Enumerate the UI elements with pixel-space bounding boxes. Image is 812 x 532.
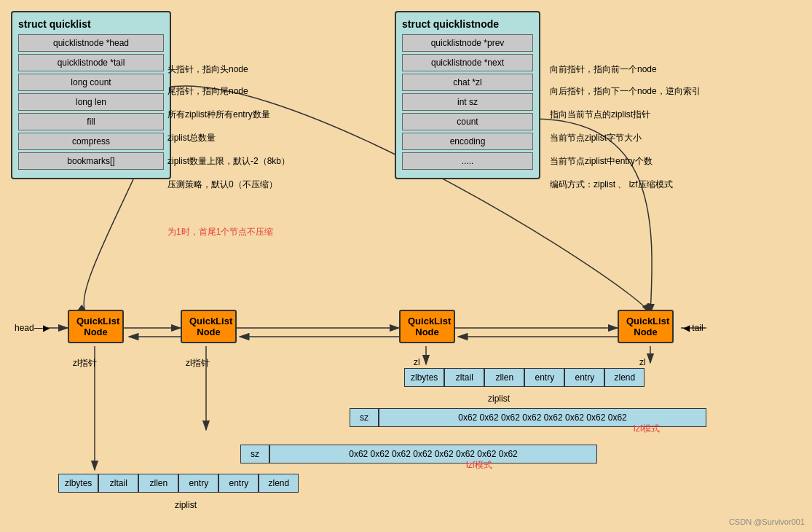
field-int-sz: int sz — [402, 93, 533, 111]
ziplist-row-1: zlbytes zltail zllen entry entry zlend — [58, 474, 299, 493]
ann-count-node: 当前节点ziplist中entry个数 — [550, 155, 653, 168]
cell-zlend-3: zlend — [604, 368, 645, 387]
ann-prev: 向前指针，指向前一个node — [550, 63, 657, 76]
ql-node-1: QuickListNode — [68, 310, 124, 343]
ziplist-row-3: zlbytes zltail zllen entry entry zlend — [404, 368, 645, 387]
struct-quicklist: struct quicklist quicklistnode *head qui… — [11, 11, 171, 179]
tail-label: ◀ tail — [683, 323, 703, 333]
ziplist-label-3: ziplist — [488, 394, 510, 404]
struct-quicklist-title: struct quicklist — [18, 18, 164, 30]
ql-node-4: QuickListNode — [618, 310, 674, 343]
cell-entry2-3: entry — [564, 368, 604, 387]
field-tail: quicklistnode *tail — [18, 54, 164, 71]
field-compress: compress — [18, 133, 164, 150]
ann-len: ziplist总数量 — [167, 132, 216, 144]
cell-zltail-3: zltail — [444, 368, 484, 387]
field-prev: quicklistnode *prev — [402, 34, 533, 52]
cell-zlend-1: zlend — [259, 474, 299, 493]
ziplist-label-1: ziplist — [175, 500, 197, 510]
ann-compress-note: 为1时，首尾1个节点不压缩 — [167, 226, 273, 238]
sz-values-2: 0x62 0x62 0x62 0x62 0x62 0x62 0x62 0x62 — [269, 445, 597, 463]
field-long-count: long count — [18, 74, 164, 91]
ann-fill: ziplist数量上限，默认-2（8kb） — [167, 155, 290, 168]
ann-sz: 当前节点ziplist字节大小 — [550, 132, 642, 144]
ann-tail: 尾指针，指向尾node — [167, 85, 248, 98]
field-count: count — [402, 113, 533, 130]
field-encoding: encoding — [402, 133, 533, 150]
struct-quicklistnode-title: struct quicklistnode — [402, 18, 533, 30]
cell-zllen-1: zllen — [138, 474, 178, 493]
field-fill: fill — [18, 113, 164, 130]
zl-label-1: zl指针 — [73, 357, 97, 369]
ann-compress: 压测策略，默认0（不压缩） — [167, 179, 277, 191]
cell-zlbytes-1: zlbytes — [58, 474, 98, 493]
ql-node-3: QuickListNode — [399, 310, 455, 343]
sz-cell-2: sz — [240, 445, 269, 463]
cell-zltail-1: zltail — [98, 474, 138, 493]
lzf-label-1: lzf模式 — [634, 423, 660, 435]
field-next: quicklistnode *next — [402, 54, 533, 71]
ann-zl: 指向当前节点的ziplist指针 — [550, 109, 650, 121]
watermark: CSDN @Survivor001 — [729, 517, 805, 526]
cell-entry1-1: entry — [178, 474, 218, 493]
lzf-label-2: lzf模式 — [466, 459, 492, 472]
field-long-len: long len — [18, 93, 164, 111]
field-bookmarks: bookmarks[] — [18, 152, 164, 170]
field-head: quicklistnode *head — [18, 34, 164, 52]
ann-count: 所有ziplist种所有entry数量 — [167, 109, 270, 121]
ann-encoding: 编码方式：ziplist 、 lzf压缩模式 — [550, 179, 673, 191]
zl-label-4: zl — [639, 357, 646, 367]
ann-head: 头指针，指向头node — [167, 63, 248, 76]
cell-entry2-1: entry — [218, 474, 259, 493]
cell-entry1-3: entry — [524, 368, 564, 387]
ql-node-2: QuickListNode — [181, 310, 237, 343]
cell-zllen-3: zllen — [484, 368, 524, 387]
zl-label-2: zl指针 — [186, 357, 210, 369]
sz-cell-3: sz — [350, 408, 379, 427]
field-dots: ..... — [402, 152, 533, 170]
ann-next: 向后指针，指向下一个node，逆向索引 — [550, 85, 701, 98]
field-chat-zl: chat *zl — [402, 74, 533, 91]
struct-quicklistnode: struct quicklistnode quicklistnode *prev… — [395, 11, 540, 179]
sz-row-2: sz 0x62 0x62 0x62 0x62 0x62 0x62 0x62 0x… — [240, 445, 597, 463]
cell-zlbytes-3: zlbytes — [404, 368, 444, 387]
head-label: head—▶ — [15, 323, 50, 333]
zl-label-3: zl — [414, 357, 420, 367]
